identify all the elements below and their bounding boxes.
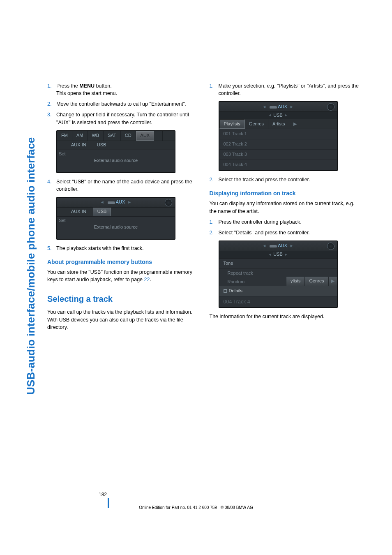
idrive-subtitle: ◄ USB ►	[219, 112, 337, 119]
step-number: 5.	[47, 245, 56, 252]
track-row: 001 Track 1	[219, 129, 337, 139]
set-label: Set	[59, 151, 66, 157]
step-text: Select "USB" or the name of the audio de…	[56, 178, 197, 193]
idrive-screenshot-3: ◄ AUX ► ◄ USB ► Playlists Genres Artists…	[219, 101, 338, 171]
page: USB-audio interface/mobile phone audio i…	[0, 0, 392, 555]
idrive-message: External audio source	[57, 150, 175, 172]
page-number: 182	[99, 492, 107, 497]
square-icon	[224, 289, 227, 293]
step-number: 1.	[210, 82, 219, 97]
step-text: Move the controller backwards to call up…	[56, 100, 197, 108]
steps-list-1: 1. Press the MENU button. This opens the…	[47, 82, 197, 126]
subtab-usb: USB	[93, 141, 111, 149]
right-tabs: ylists Genres ▶	[286, 277, 337, 286]
two-column-layout: 1. Press the MENU button. This opens the…	[47, 82, 359, 334]
idrive-screenshot-4: ◄ AUX ► ◄ USB ► ylists Genres ▶	[219, 240, 338, 308]
tab-genres: Genres	[245, 119, 268, 129]
idrive-subtitle: ◄ USB ►	[219, 251, 337, 259]
steps-list-2: 4. Select "USB" or the name of the audio…	[47, 178, 197, 193]
paragraph-displaying-info: You can display any information stored o…	[210, 200, 360, 215]
step-item: 5. The playback starts with the first tr…	[47, 245, 197, 252]
idrive-body: Set External audio source	[57, 217, 175, 239]
arrow-right-icon: ►	[284, 252, 288, 257]
subtab-auxin: AUX IN	[67, 141, 90, 149]
tab-aux: AUX	[136, 131, 154, 141]
heading-memory-buttons: About programmable memory buttons	[47, 258, 197, 266]
steps-list-r1: 1. Make your selection, e.g. "Playlists"…	[210, 82, 360, 97]
heading-selecting-track: Selecting a track	[47, 293, 197, 305]
arrow-left-icon: ◄	[268, 252, 272, 257]
idrive-sub-tabs: AUX IN USB	[57, 141, 175, 150]
step-number: 2.	[210, 176, 219, 183]
step-item: 1. Press the MENU button. This opens the…	[47, 82, 197, 97]
car-icon	[270, 244, 277, 247]
set-label: Set	[59, 217, 66, 224]
arrow-left-icon: ◄	[100, 199, 104, 206]
step-item: 2. Select the track and press the contro…	[210, 176, 360, 183]
idrive-message: External audio source	[57, 217, 175, 239]
car-icon	[108, 201, 115, 204]
section-title-vertical: USB-audio interface/mobile phone audio i…	[25, 137, 37, 395]
menu-item-details: Details	[219, 286, 337, 296]
tab-am: AM	[72, 131, 88, 141]
idrive-screenshot-2: ◄ AUX ► AUX IN USB Set External audio so…	[56, 197, 175, 240]
steps-list-r2: 2. Select the track and press the contro…	[210, 176, 360, 183]
arrow-left-icon: ◄	[268, 113, 272, 118]
paragraph-selecting-track: You can call up the tracks via the playb…	[47, 308, 197, 331]
tab-sat: SAT	[104, 131, 121, 141]
tab-ylists: ylists	[286, 277, 304, 286]
step-text: Change to upper field if necessary. Turn…	[56, 111, 197, 126]
title-text: AUX	[278, 243, 287, 249]
page-link-22[interactable]: 22	[144, 277, 150, 282]
step-text: Make your selection, e.g. "Playlists" or…	[219, 82, 360, 97]
left-column: 1. Press the MENU button. This opens the…	[47, 82, 197, 334]
steps-list-3: 5. The playback starts with the first tr…	[47, 245, 197, 252]
bmw-roundel-icon	[327, 243, 334, 250]
step-number: 2.	[47, 100, 56, 108]
idrive-titlebar: ◄ AUX ►	[219, 102, 337, 112]
step-text: Press the controller during playback.	[219, 218, 360, 226]
title-text: AUX	[116, 199, 125, 206]
play-icon: ▶	[289, 119, 301, 129]
idrive-category-tabs: Playlists Genres Artists ▶	[219, 119, 337, 129]
step-number: 1.	[210, 218, 219, 226]
step-text: Select "Details" and press the controlle…	[219, 229, 360, 236]
arrow-left-icon: ◄	[262, 104, 266, 110]
step-number: 3.	[47, 111, 56, 126]
step-item: 4. Select "USB" or the name of the audio…	[47, 178, 197, 193]
bmw-roundel-icon	[327, 103, 334, 111]
subtab-auxin: AUX IN	[67, 208, 90, 216]
arrow-left-icon: ◄	[262, 243, 266, 249]
tab-artists: Artists	[268, 119, 290, 129]
step-item: 1. Press the controller during playback.	[210, 218, 360, 226]
step-number: 4.	[47, 178, 56, 193]
idrive-sub-tabs: AUX IN USB	[57, 208, 175, 217]
step-text: The playback starts with the first track…	[56, 245, 197, 252]
arrow-right-icon: ►	[127, 199, 131, 206]
step-item: 1. Make your selection, e.g. "Playlists"…	[210, 82, 360, 97]
tab-playlists: Playlists	[219, 119, 245, 129]
bmw-roundel-icon	[165, 199, 172, 206]
idrive-body: Set External audio source	[57, 150, 175, 172]
footer-line: Online Edition for Part no. 01 41 2 600 …	[0, 505, 392, 510]
idrive-screenshot-1: FM AM WB SAT CD AUX AUX IN USB Set Exter…	[56, 130, 175, 173]
step-item: 2. Move the controller backwards to call…	[47, 100, 197, 108]
menu-item-tone: Tone	[219, 259, 337, 269]
car-icon	[270, 105, 277, 109]
track-row: 004 Track 4	[219, 160, 337, 170]
tab-cd: CD	[121, 131, 136, 141]
steps-list-r3: 1. Press the controller during playback.…	[210, 218, 360, 236]
track-list: 001 Track 1 002 Track 2 003 Track 3 004 …	[219, 129, 337, 170]
tab-genres: Genres	[304, 277, 328, 286]
track-row: 004 Track 4	[219, 296, 337, 307]
subtitle-text: USB	[273, 112, 283, 119]
paragraph-memory-buttons: You can store the "USB" function on the …	[47, 268, 197, 283]
subtitle-text: USB	[273, 251, 283, 258]
idrive-titlebar: ◄ AUX ►	[57, 198, 175, 208]
paragraph-info-displayed: The information for the current track ar…	[210, 313, 360, 320]
arrow-right-icon: ►	[290, 243, 294, 249]
step-text: Press the MENU button. This opens the st…	[56, 82, 197, 97]
arrow-right-icon: ►	[284, 113, 288, 118]
track-row: 003 Track 3	[219, 150, 337, 160]
tab-wb: WB	[88, 131, 104, 141]
